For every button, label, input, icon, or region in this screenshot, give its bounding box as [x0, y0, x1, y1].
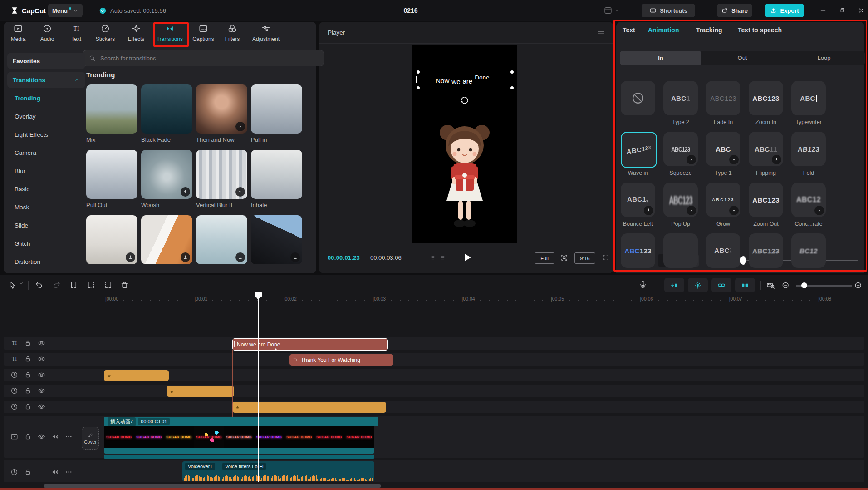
animation-tile-typewriter[interactable]: ABC: [791, 81, 826, 115]
animation-tile-untitled[interactable]: ABC123: [621, 233, 655, 268]
clip-video-filmstrip[interactable]: SUGAR BOMBSUGAR BOMBSUGAR BOMBSUGAR BOMB…: [104, 426, 374, 448]
zoom-in-button[interactable]: [854, 281, 864, 291]
animation-tile-grow[interactable]: ABC123: [706, 183, 740, 217]
animation-tile-fade-in[interactable]: ABC123: [706, 81, 740, 115]
speaker-icon[interactable]: [51, 432, 60, 441]
clip-sticker-2[interactable]: [167, 386, 234, 397]
sidebar-item-slide[interactable]: Slide: [7, 218, 90, 233]
eye-icon[interactable]: [37, 386, 46, 396]
duration-slider-handle[interactable]: [740, 256, 746, 265]
selection-handle[interactable]: [510, 70, 514, 74]
clip-audio[interactable]: Voiceover1Voice filters Lo-Fi: [182, 461, 374, 481]
clip-video-header[interactable]: 插入动画700:00:03:01: [104, 417, 378, 426]
export-button[interactable]: Export: [765, 4, 804, 17]
full-screen-mode-button[interactable]: Full: [535, 252, 554, 264]
animation-tile-untitled[interactable]: BC12: [791, 233, 826, 268]
clock-icon[interactable]: [10, 371, 19, 380]
transition-thumb-pull-out[interactable]: [86, 150, 137, 199]
sidebar-item-trending[interactable]: Trending: [7, 91, 90, 105]
selection-handle[interactable]: [417, 70, 420, 74]
animation-tile-fold[interactable]: AB123: [791, 132, 826, 166]
close-button[interactable]: [855, 7, 868, 14]
fit-timeline-button[interactable]: [766, 281, 777, 292]
transition-thumb-woosh[interactable]: [141, 150, 192, 199]
transition-thumb-vertical-blur-ii[interactable]: [196, 150, 247, 199]
ribbon-tab-stickers[interactable]: Stickers: [91, 24, 120, 44]
zoom-out-button[interactable]: [781, 281, 791, 291]
playhead-line[interactable]: [258, 294, 259, 482]
animation-tile-zoom-in[interactable]: ABC123: [749, 81, 783, 115]
lock-icon[interactable]: [24, 468, 33, 477]
clock-icon[interactable]: [10, 402, 19, 411]
ribbon-tab-text[interactable]: TIText: [62, 24, 91, 44]
minimize-button[interactable]: [817, 7, 829, 14]
text-track-icon[interactable]: TI: [10, 339, 19, 348]
lock-icon[interactable]: [24, 402, 33, 411]
sidebar-item-camera[interactable]: Camera: [7, 145, 90, 160]
animation-tile-conc-rate[interactable]: ABC12: [791, 183, 826, 217]
magnetic-snap-button[interactable]: [664, 278, 684, 292]
segment-loop[interactable]: Loop: [783, 51, 865, 65]
transition-thumb-then-and-now[interactable]: [196, 84, 247, 134]
lock-icon[interactable]: [24, 386, 33, 396]
clip-sticker-3[interactable]: [232, 402, 386, 413]
ribbon-tab-adjustment[interactable]: Adjustment: [251, 24, 280, 44]
split-button[interactable]: [69, 280, 80, 291]
ribbon-tab-transitions[interactable]: Transitions: [155, 24, 184, 44]
clip-sticker-1[interactable]: [104, 370, 169, 381]
segment-out[interactable]: Out: [701, 51, 783, 65]
frames-list-icon[interactable]: [440, 254, 447, 261]
ribbon-tab-audio[interactable]: Audio: [33, 24, 62, 44]
animation-tile-type-1[interactable]: ABC: [706, 132, 740, 166]
sidebar-group-transitions[interactable]: Transitions: [7, 72, 85, 88]
filmplay-icon[interactable]: [10, 432, 19, 441]
clip-left-handle[interactable]: [234, 341, 235, 347]
sidebar-item-glitch[interactable]: Glitch: [7, 236, 90, 251]
transition-thumb-untitled[interactable]: [196, 215, 247, 264]
animation-tile-zoom-out[interactable]: ABC123: [749, 183, 783, 217]
transition-thumb-black-fade[interactable]: [141, 84, 192, 134]
animation-tile-bounce-left[interactable]: ABC12: [621, 183, 655, 217]
sidebar-item-basic[interactable]: Basic: [7, 182, 90, 196]
eye-icon[interactable]: [37, 371, 46, 380]
tab-text-to-speech[interactable]: Text to speech: [738, 26, 782, 35]
auto-snap-button[interactable]: [688, 278, 708, 292]
transition-thumb-untitled[interactable]: [141, 215, 192, 264]
preview-quality-icon[interactable]: [560, 253, 569, 262]
frames-list-icon[interactable]: [430, 254, 437, 261]
speaker-icon[interactable]: [51, 468, 60, 477]
shortcuts-button[interactable]: Shortcuts: [642, 4, 695, 17]
lock-icon[interactable]: [24, 432, 33, 441]
animation-tile-wave-in[interactable]: ABC123: [621, 132, 657, 168]
timeline-zoom-slider-handle[interactable]: [801, 282, 807, 288]
transition-thumb-untitled[interactable]: [251, 215, 302, 264]
clock-icon[interactable]: [10, 468, 19, 477]
selection-side-handle[interactable]: [416, 76, 417, 83]
segment-in[interactable]: In: [620, 51, 701, 65]
record-voiceover-button[interactable]: [638, 280, 649, 291]
clip-text-1[interactable]: Now we are Done....: [232, 338, 388, 351]
clock-icon[interactable]: [10, 386, 19, 396]
animation-tile-type-2[interactable]: ABC1: [663, 81, 698, 115]
animation-tile-squeeze[interactable]: ABC123: [663, 132, 698, 166]
dots-icon[interactable]: [64, 432, 74, 441]
playhead-handle[interactable]: [255, 292, 262, 297]
eye-icon[interactable]: [37, 432, 46, 441]
lock-icon[interactable]: [24, 371, 33, 380]
search-transitions[interactable]: [83, 50, 324, 66]
transition-thumb-mix[interactable]: [86, 84, 137, 134]
sidebar-item-distortion[interactable]: Distortion: [7, 254, 90, 269]
tab-tracking[interactable]: Tracking: [696, 26, 722, 35]
ribbon-tab-media[interactable]: Media: [4, 24, 33, 44]
lock-icon[interactable]: [24, 339, 33, 348]
delete-right-button[interactable]: [103, 280, 114, 291]
text-track-icon[interactable]: TI: [10, 355, 19, 364]
undo-button[interactable]: [34, 280, 45, 291]
eye-icon[interactable]: [37, 402, 46, 411]
transition-thumb-inhale[interactable]: [251, 150, 302, 199]
delete-button[interactable]: [120, 280, 131, 291]
selection-handle[interactable]: [510, 86, 514, 89]
ribbon-tab-filters[interactable]: Filters: [218, 24, 247, 44]
eye-icon[interactable]: [37, 339, 46, 348]
tab-text[interactable]: Text: [623, 26, 635, 35]
